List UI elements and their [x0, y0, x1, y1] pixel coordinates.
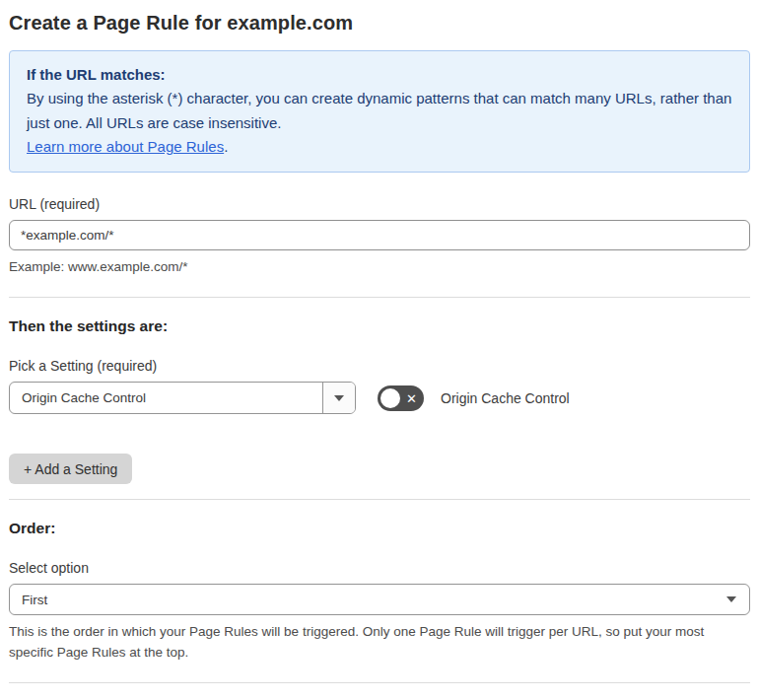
setting-select-arrow-button[interactable] [322, 383, 355, 413]
order-select-value: First [10, 585, 714, 614]
order-select-arrow [714, 585, 749, 614]
divider [9, 499, 750, 500]
info-box-heading: If the URL matches: [27, 63, 732, 87]
origin-cache-control-toggle[interactable]: ✕ [378, 385, 424, 411]
toggle-knob [380, 388, 400, 408]
pick-setting-label: Pick a Setting (required) [9, 358, 750, 374]
link-suffix: . [224, 138, 228, 155]
info-box-link-line: Learn more about Page Rules. [27, 135, 732, 159]
settings-section-heading: Then the settings are: [9, 317, 750, 335]
setting-select[interactable]: Origin Cache Control [9, 382, 356, 414]
url-match-info-box: If the URL matches: By using the asteris… [9, 50, 750, 173]
order-section-heading: Order: [9, 520, 750, 537]
url-field-label: URL (required) [9, 196, 750, 212]
url-input[interactable] [9, 220, 750, 250]
page-title: Create a Page Rule for example.com [9, 12, 750, 35]
info-box-body: By using the asterisk (*) character, you… [27, 87, 732, 135]
add-setting-button[interactable]: + Add a Setting [9, 454, 132, 484]
chevron-down-icon [334, 395, 344, 401]
learn-more-link[interactable]: Learn more about Page Rules [27, 138, 224, 155]
url-example-helper: Example: www.example.com/* [9, 257, 750, 278]
order-helper-text: This is the order in which your Page Rul… [9, 622, 738, 664]
divider [9, 297, 750, 298]
order-select-label: Select option [9, 560, 750, 576]
setting-select-value: Origin Cache Control [10, 383, 322, 413]
divider [9, 682, 750, 683]
setting-row: Origin Cache Control ✕ Origin Cache Cont… [9, 382, 750, 414]
toggle-label: Origin Cache Control [441, 390, 570, 406]
chevron-down-icon [726, 596, 736, 602]
order-select[interactable]: First [9, 584, 750, 615]
toggle-off-x-icon: ✕ [406, 391, 417, 404]
